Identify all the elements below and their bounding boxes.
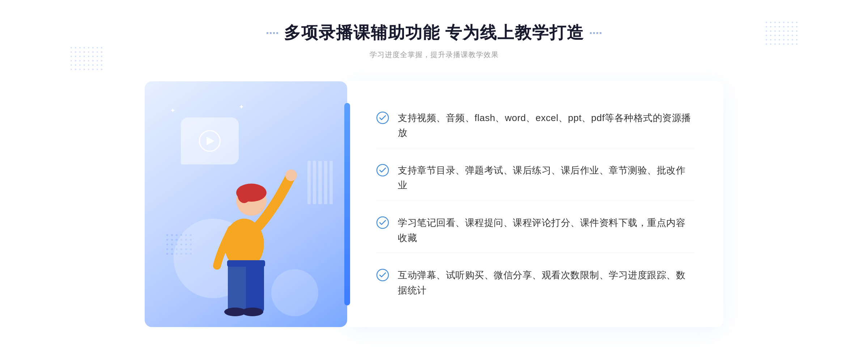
title-decorator-left [267,32,278,34]
svg-point-10 [377,112,388,124]
svg-point-13 [377,269,388,281]
feature-item-4: 互动弹幕、试听购买、微信分享、观看次数限制、学习进度跟踪、数据统计 [376,261,694,305]
check-icon-2 [376,164,389,177]
svg-rect-9 [227,260,265,267]
svg-point-3 [238,187,251,203]
feature-item-1: 支持视频、音频、flash、word、excel、ppt、pdf等各种格式的资源… [376,103,694,148]
svg-point-11 [377,164,388,176]
person-figure [188,139,304,327]
check-icon-4 [376,269,389,282]
title-text: 多项录播课辅助功能 专为线上教学打造 [284,22,584,44]
svg-point-4 [285,169,297,181]
feature-text-1: 支持视频、音频、flash、word、excel、ppt、pdf等各种格式的资源… [398,111,694,141]
feature-text-2: 支持章节目录、弹题考试、课后练习、课后作业、章节测验、批改作业 [398,163,694,193]
dot-pattern-left: // Generate dots [71,47,102,70]
check-icon-1 [376,111,389,124]
check-icon-3 [376,216,389,229]
title-decorator-right [590,32,601,34]
svg-point-12 [377,217,388,228]
feature-text-3: 学习笔记回看、课程提问、课程评论打分、课件资料下载，重点内容收藏 [398,215,694,245]
svg-rect-6 [246,262,264,313]
sparkle-icon-1: ✦ [170,107,175,115]
dot-pattern-right [766,22,797,45]
feature-item-2: 支持章节目录、弹题考试、课后练习、课后作业、章节测验、批改作业 [376,156,694,201]
blue-vertical-bar [344,103,350,305]
page-container: // Generate dots 多项录播课辅助功能 专为线上教学打造 学习进度… [0,0,868,352]
illustration-area: ✦ ✦ [145,81,347,327]
feature-item-3: 学习笔记回看、课程提问、课程评论打分、课件资料下载，重点内容收藏 [376,208,694,253]
content-area: » ✦ ✦ [145,81,723,327]
stripe-decoration [307,161,333,204]
sparkle-icon-2: ✦ [239,103,244,111]
subtitle-text: 学习进度全掌握，提升录播课教学效果 [267,50,602,60]
svg-rect-5 [228,262,246,313]
features-panel: 支持视频、音频、flash、word、excel、ppt、pdf等各种格式的资源… [347,81,723,327]
feature-text-4: 互动弹幕、试听购买、微信分享、观看次数限制、学习进度跟踪、数据统计 [398,268,694,298]
header-section: 多项录播课辅助功能 专为线上教学打造 学习进度全掌握，提升录播课教学效果 [267,22,602,60]
svg-point-8 [242,308,263,316]
page-title: 多项录播课辅助功能 专为线上教学打造 [267,22,602,44]
